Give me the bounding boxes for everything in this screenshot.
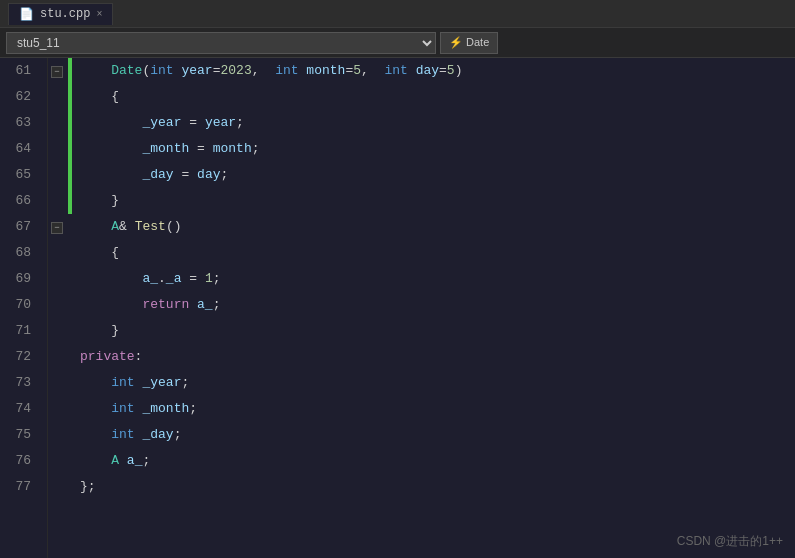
code-line-68: { [72, 240, 795, 266]
code-line-62: { [72, 84, 795, 110]
line-num-71: 71 [0, 318, 39, 344]
line-num-75: 75 [0, 422, 39, 448]
toolbar: stu5_11 ⚡ Date [0, 28, 795, 58]
line-num-66: 66 [0, 188, 39, 214]
code-line-64: _month = month; [72, 136, 795, 162]
line-num-77: 77 [0, 474, 39, 500]
editor-area: 61 62 63 64 65 66 67 68 69 70 71 72 73 7… [0, 58, 795, 558]
code-line-63: _year = year; [72, 110, 795, 136]
collapse-btn-61[interactable]: − [51, 66, 63, 78]
code-line-77: }; [72, 474, 795, 500]
file-tab-icon: 📄 [19, 7, 34, 22]
code-line-76: A a_; [72, 448, 795, 474]
line-num-63: 63 [0, 110, 39, 136]
code-content[interactable]: Date(int year=2023, int month=5, int day… [72, 58, 795, 558]
line-num-65: 65 [0, 162, 39, 188]
code-line-65: _day = day; [72, 162, 795, 188]
line-num-61: 61 [0, 58, 39, 84]
code-line-75: int _day; [72, 422, 795, 448]
code-line-61: Date(int year=2023, int month=5, int day… [72, 58, 795, 84]
collapse-btn-67[interactable]: − [51, 222, 63, 234]
file-tab[interactable]: 📄 stu.cpp × [8, 3, 113, 25]
tab-close-button[interactable]: × [96, 9, 102, 20]
line-num-64: 64 [0, 136, 39, 162]
file-tab-label: stu.cpp [40, 7, 90, 21]
gutter: − − [48, 58, 68, 558]
line-num-69: 69 [0, 266, 39, 292]
line-num-76: 76 [0, 448, 39, 474]
line-num-62: 62 [0, 84, 39, 110]
line-num-73: 73 [0, 370, 39, 396]
code-line-66: } [72, 188, 795, 214]
function-label: ⚡ Date [449, 36, 489, 48]
code-line-67: A& Test() [72, 214, 795, 240]
code-line-70: return a_; [72, 292, 795, 318]
line-num-70: 70 [0, 292, 39, 318]
watermark: CSDN @进击的1++ [677, 533, 783, 550]
line-num-67: 67 [0, 214, 39, 240]
code-line-74: int _month; [72, 396, 795, 422]
line-num-74: 74 [0, 396, 39, 422]
line-numbers: 61 62 63 64 65 66 67 68 69 70 71 72 73 7… [0, 58, 48, 558]
function-nav-btn[interactable]: ⚡ Date [440, 32, 498, 54]
code-line-71: } [72, 318, 795, 344]
code-line-69: a_._a = 1; [72, 266, 795, 292]
line-num-68: 68 [0, 240, 39, 266]
code-line-73: int _year; [72, 370, 795, 396]
line-num-72: 72 [0, 344, 39, 370]
scope-select[interactable]: stu5_11 [6, 32, 436, 54]
code-line-72: private: [72, 344, 795, 370]
title-bar: 📄 stu.cpp × [0, 0, 795, 28]
